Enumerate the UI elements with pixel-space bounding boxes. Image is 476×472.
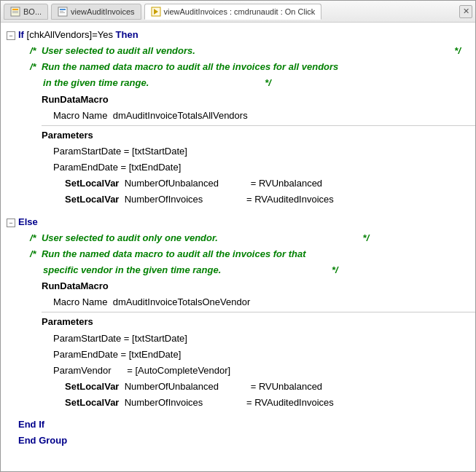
tab-bo-label: BO... (23, 7, 42, 16)
macro-name1-line: Macro Name dmAuditInvoiceTotalsAllVendor… (1, 108, 475, 124)
setlocalvar2-2-eq: = (246, 396, 252, 410)
param1-1-eq: = (124, 144, 130, 159)
close-button[interactable]: ✕ (459, 5, 472, 18)
setlocalvar2-2-label: SetLocalVar (65, 396, 119, 410)
comment1-text: User selected to audit all vendors. (42, 44, 195, 58)
svg-rect-1 (12, 9, 18, 10)
parameters1-line: Parameters (1, 127, 475, 143)
param2-3-eq: = (127, 363, 133, 378)
setlocalvar1-2-eq: = (246, 192, 252, 207)
macro-name2-label: Macro Name (53, 295, 107, 310)
comment2-line1: /* Run the named data macro to audit all… (1, 59, 475, 75)
parameters1-label: Parameters (42, 128, 93, 143)
param1-end-date: ParamEndDate = [txtEndDate] (1, 160, 475, 176)
macro-icon (151, 7, 161, 17)
tab-macro[interactable]: viewAuditInvoices : cmdrunaudit : On Cli… (144, 4, 322, 20)
end-group-keyword: End Group (18, 433, 67, 448)
macro-name2-line: Macro Name dmAuditInvoiceTotalsOneVendor (1, 294, 475, 310)
collapse-else[interactable]: − (7, 219, 15, 227)
title-bar: BO... viewAuditInvoices viewAuditInvoice… (1, 1, 475, 23)
comment4-end: */ (221, 263, 338, 278)
setlocalvar1-1-line: SetLocalVar NumberOfUnbalanced = RVUnbal… (1, 176, 475, 192)
param1-start-date: ParamStartDate = [txtStartDate] (1, 143, 475, 160)
param1-2-name: ParamEndDate (53, 160, 118, 175)
tab-view-audit-label: viewAuditInvoices (71, 7, 134, 16)
setlocalvar2-2-name: NumberOfInvoices (125, 396, 203, 410)
end-if-keyword: End If (18, 417, 44, 432)
setlocalvar2-1-value: RVUnbalanced (259, 379, 322, 394)
comment2-line2: in the given time range. */ (1, 75, 475, 91)
setlocalvar1-2-name: NumberOfInvoices (125, 192, 203, 207)
comment4-indent (30, 263, 43, 278)
svg-rect-6 (60, 11, 63, 12)
form-icon (58, 7, 68, 17)
param2-3-value: [AutoCompleteVendor] (135, 363, 230, 378)
setlocalvar2-2-value: RVAuditedInvoices (254, 396, 334, 410)
setlocalvar2-1-line: SetLocalVar NumberOfUnbalanced = RVUnbal… (1, 379, 475, 395)
if-line: − If [chkAllVendors]=Yes Then (1, 27, 475, 43)
svg-rect-7 (60, 12, 65, 13)
main-window: BO... viewAuditInvoices viewAuditInvoice… (0, 0, 476, 472)
comment2-end: */ (149, 76, 271, 90)
setlocalvar2-1-eq: = (251, 379, 257, 394)
setlocalvar2-1-name: NumberOfUnbalanced (125, 379, 219, 394)
setlocalvar1-1-name: NumberOfUnbalanced (125, 176, 219, 191)
comment3-line: /* User selected to audit only one vendo… (1, 230, 475, 246)
macro-name1-label: Macro Name (53, 109, 107, 123)
comment2-indent (30, 76, 43, 90)
param2-2-value: [txtEndDate] (129, 347, 182, 362)
macro-name1-value: dmAuditInvoiceTotalsAllVendors (113, 109, 248, 123)
separator2 (42, 312, 475, 312)
param2-1-value: [txtStartDate] (132, 331, 187, 346)
setlocalvar1-1-value: RVUnbalanced (259, 176, 322, 191)
svg-rect-2 (12, 11, 18, 12)
then-keyword: Then (116, 28, 138, 42)
parameters2-label: Parameters (42, 315, 93, 329)
code-block: − If [chkAllVendors]=Yes Then /* User se… (1, 25, 475, 451)
svg-rect-5 (60, 9, 66, 10)
collapse-if[interactable]: − (7, 31, 15, 40)
if-keyword: If (18, 28, 24, 42)
param2-vendor: ParamVendor = [AutoCompleteVendor] (1, 363, 475, 379)
param2-1-name: ParamStartDate (53, 331, 121, 346)
comment1-end: */ (346, 44, 475, 58)
run-macro2-label: RunDataMacro (42, 279, 109, 294)
macro-name2-value: dmAuditInvoiceTotalsOneVendor (113, 295, 251, 310)
comment1-start: /* (30, 44, 42, 58)
setlocalvar2-1-label: SetLocalVar (65, 379, 119, 394)
comment1-line: /* User selected to audit all vendors. *… (1, 43, 475, 59)
if-condition: [chkAllVendors]=Yes (27, 28, 113, 42)
param1-2-eq: = (121, 160, 127, 175)
comment4-text: Run the named data macro to audit all th… (42, 247, 306, 261)
setlocalvar1-2-line: SetLocalVar NumberOfInvoices = RVAudited… (1, 192, 475, 208)
param2-1-eq: = (124, 331, 130, 346)
setlocalvar1-1-eq: = (251, 176, 257, 191)
comment2-start: /* (30, 60, 42, 74)
param1-1-value: [txtStartDate] (132, 144, 187, 159)
else-line: − Else (1, 214, 475, 230)
comment4-line1: /* Run the named data macro to audit all… (1, 246, 475, 262)
comment3-text: User selected to audit only one vendor. (42, 231, 218, 245)
tab-view-audit[interactable]: viewAuditInvoices (51, 4, 141, 20)
run-macro1-line: RunDataMacro (1, 92, 475, 108)
db-icon (10, 7, 20, 17)
param1-2-value: [txtEndDate] (129, 160, 182, 175)
svg-rect-3 (12, 12, 18, 13)
comment4-text2: specific vendor in the given time range. (43, 263, 221, 278)
param2-end-date: ParamEndDate = [txtEndDate] (1, 347, 475, 363)
parameters2-line: Parameters (1, 314, 475, 330)
comment3-start: /* (30, 231, 42, 245)
setlocalvar2-2-line: SetLocalVar NumberOfInvoices = RVAudited… (1, 395, 475, 411)
comment4-start: /* (30, 247, 42, 261)
param2-start-date: ParamStartDate = [txtStartDate] (1, 331, 475, 347)
param2-2-name: ParamEndDate (53, 347, 118, 362)
code-editor[interactable]: − If [chkAllVendors]=Yes Then /* User se… (1, 23, 475, 471)
run-macro1-label: RunDataMacro (42, 93, 109, 107)
end-if-line: End If (1, 417, 475, 433)
comment2-text: Run the named data macro to audit all th… (42, 60, 338, 74)
setlocalvar1-2-label: SetLocalVar (65, 192, 119, 207)
tab-bo[interactable]: BO... (4, 4, 48, 20)
end-group-line: End Group (1, 433, 475, 449)
run-macro2-line: RunDataMacro (1, 278, 475, 294)
comment2-text2: in the given time range. (43, 76, 149, 90)
